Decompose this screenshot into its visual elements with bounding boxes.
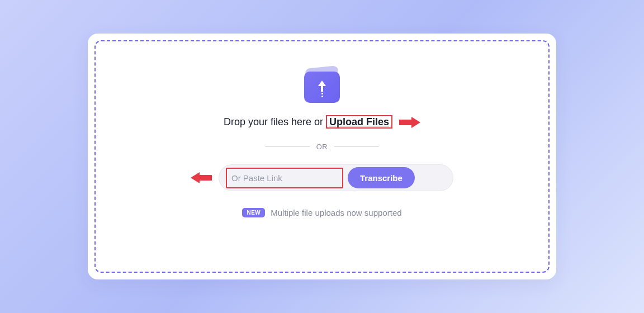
divider: OR (265, 143, 380, 151)
new-badge: NEW (242, 208, 265, 217)
drop-instruction: Drop your files here or Upload Files (224, 116, 392, 128)
paste-link-input[interactable] (228, 170, 341, 186)
placeholder-highlight-box (226, 168, 343, 188)
dropzone[interactable]: Drop your files here or Upload Files OR … (94, 40, 550, 273)
upload-files-link[interactable]: Upload Files (326, 115, 392, 129)
footer-text: Multiple file uploads now supported (271, 208, 401, 217)
divider-label: OR (316, 143, 328, 151)
drop-text-prefix: Drop your files here or (224, 116, 326, 127)
transcribe-button[interactable]: Transcribe (348, 167, 415, 188)
arrow-left-icon (399, 117, 420, 128)
link-input-container: Transcribe (219, 164, 453, 191)
upload-card: Drop your files here or Upload Files OR … (88, 34, 556, 279)
footer-info: NEW Multiple file uploads now supported (242, 208, 401, 217)
link-input-row: Transcribe (191, 164, 453, 191)
divider-line-left (265, 146, 310, 147)
upload-folder-icon (302, 65, 342, 103)
arrow-right-icon (191, 172, 212, 183)
drop-text-row: Drop your files here or Upload Files (224, 116, 420, 128)
divider-line-right (334, 146, 379, 147)
